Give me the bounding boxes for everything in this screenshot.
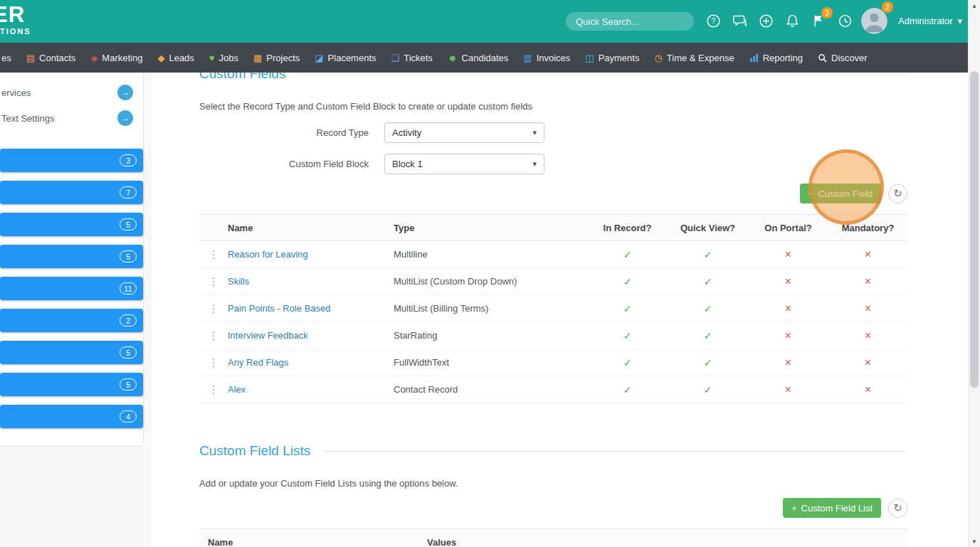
field-type: StarRating xyxy=(394,330,587,341)
nav-item-contacts[interactable]: ▤ Contacts xyxy=(26,53,76,63)
field-name-link[interactable]: Pain Points - Role Based xyxy=(228,303,331,314)
col-quick-view: Quick View? xyxy=(668,223,748,233)
nav-item-marketing[interactable]: ◈ Marketing xyxy=(90,53,142,63)
section-title-text: Custom Field Lists xyxy=(199,443,310,459)
custom-field-block-value: Block 1 xyxy=(392,159,423,169)
record-type-select[interactable]: Activity ▾ xyxy=(384,122,544,143)
on-portal-flag: × xyxy=(748,302,828,315)
sidebar-collapsed-item[interactable]: 4 xyxy=(0,405,143,428)
sidebar-item-text-settings[interactable]: Text Settings → xyxy=(0,105,143,131)
chat-icon[interactable] xyxy=(732,14,748,29)
field-name-link[interactable]: Interview Feedback xyxy=(228,330,308,341)
row-menu-icon[interactable]: ⋮ xyxy=(199,302,228,315)
scrollbar-thumb[interactable] xyxy=(970,71,979,388)
nav-item-partial[interactable]: es xyxy=(1,53,11,63)
sidebar-collapsed-item[interactable]: 3 xyxy=(0,149,143,172)
refresh-icon: ↻ xyxy=(893,187,902,200)
row-menu-icon[interactable]: ⋮ xyxy=(199,383,228,396)
sidebar-collapsed-item[interactable]: 5 xyxy=(0,373,143,396)
nav-item-payments[interactable]: ◫ Payments xyxy=(585,53,639,63)
nav-item-label: Time & Expense xyxy=(667,53,734,63)
logo-line1: ER xyxy=(0,4,31,26)
add-custom-field-list-button[interactable]: + Custom Field List xyxy=(783,498,881,518)
time-expense-icon: ◷ xyxy=(654,53,662,63)
count-badge: 5 xyxy=(120,250,137,262)
main-nav: es ▤ Contacts ◈ Marketing ◆ Leads ♥ Jobs… xyxy=(0,43,980,73)
main-panel: Custom Fields Select the Record Type and… xyxy=(152,73,980,547)
record-type-row: Record Type Activity ▾ xyxy=(199,122,907,143)
nav-item-reporting[interactable]: Reporting xyxy=(749,53,803,63)
history-icon[interactable] xyxy=(838,14,853,29)
title-rule xyxy=(323,451,907,452)
flag-icon[interactable]: 3 xyxy=(811,14,827,29)
field-name-link[interactable]: Alex xyxy=(228,384,246,395)
add-custom-field-button[interactable]: + Custom Field xyxy=(800,184,881,203)
nav-item-invoices[interactable]: ▥ Invoices xyxy=(523,53,570,63)
candidates-icon: ☻ xyxy=(448,53,458,63)
in-record-flag: ✓ xyxy=(587,384,668,395)
notifications-icon[interactable] xyxy=(785,14,801,29)
custom-field-lists-table: Name Values xyxy=(199,529,907,547)
nav-item-label: Discover xyxy=(831,53,868,63)
user-avatar[interactable]: 2 xyxy=(861,8,887,34)
field-name-link[interactable]: Skills xyxy=(228,276,249,287)
sidebar-item-label: ervices xyxy=(1,87,31,98)
nav-item-discover[interactable]: Discover xyxy=(818,53,868,63)
sidebar: ervices → Text Settings → 3 7 5 5 xyxy=(0,73,152,547)
table-header-row: Name Values xyxy=(199,529,907,547)
nav-item-time-expense[interactable]: ◷ Time & Expense xyxy=(654,53,734,63)
section-title-text: Custom Fields xyxy=(199,73,285,82)
add-icon[interactable] xyxy=(759,14,774,29)
select-caret-icon: ▾ xyxy=(532,159,537,169)
field-name-link[interactable]: Reason for Leaving xyxy=(228,249,308,260)
nav-item-label: Leads xyxy=(169,53,194,63)
page-scrollbar[interactable]: ▲ ▼ xyxy=(968,0,980,547)
nav-item-label: Invoices xyxy=(537,53,571,63)
count-badge: 7 xyxy=(120,186,137,198)
discover-icon xyxy=(818,53,827,63)
nav-item-label: Placements xyxy=(328,53,376,63)
nav-item-label: Payments xyxy=(599,53,640,63)
sidebar-collapsed-item[interactable]: 5 xyxy=(0,213,143,236)
row-menu-icon[interactable]: ⋮ xyxy=(199,275,228,288)
row-menu-icon[interactable]: ⋮ xyxy=(199,248,228,261)
refresh-custom-fields-button[interactable]: ↻ xyxy=(888,184,907,203)
arrow-right-icon[interactable]: → xyxy=(117,85,133,100)
nav-item-label: Jobs xyxy=(219,53,238,63)
field-type: Multiline xyxy=(394,249,587,260)
nav-item-jobs[interactable]: ♥ Jobs xyxy=(209,53,238,63)
avatar-badge: 2 xyxy=(882,1,893,13)
sidebar-collapsed-item[interactable]: 2 xyxy=(0,309,143,332)
nav-item-tickets[interactable]: ❏ Tickets xyxy=(391,53,433,63)
sidebar-item-services[interactable]: ervices → xyxy=(0,80,143,105)
col-in-record: In Record? xyxy=(587,223,668,233)
nav-item-candidates[interactable]: ☻ Candidates xyxy=(448,53,508,63)
quick-search-input[interactable] xyxy=(566,12,694,31)
row-menu-icon[interactable]: ⋮ xyxy=(199,356,228,369)
mandatory-flag: × xyxy=(828,356,907,369)
add-custom-field-label: Custom Field xyxy=(818,188,873,199)
arrow-right-icon[interactable]: → xyxy=(117,110,133,126)
refresh-custom-field-lists-button[interactable]: ↻ xyxy=(888,499,907,518)
sidebar-collapsed-item[interactable]: 11 xyxy=(0,277,143,300)
row-menu-icon[interactable]: ⋮ xyxy=(199,329,228,342)
field-name-link[interactable]: Any Red Flags xyxy=(228,357,288,368)
nav-item-placements[interactable]: ◪ Placements xyxy=(315,53,376,63)
scroll-up-icon[interactable]: ▲ xyxy=(969,0,980,11)
plus-icon: + xyxy=(791,503,797,514)
scroll-down-icon[interactable]: ▼ xyxy=(969,536,980,547)
user-menu[interactable]: Administrator ▾ xyxy=(898,16,962,26)
custom-field-block-select[interactable]: Block 1 ▾ xyxy=(384,154,544,174)
custom-fields-description: Select the Record Type and Custom Field … xyxy=(199,101,907,112)
sidebar-collapsed-item[interactable]: 7 xyxy=(0,181,143,204)
nav-item-projects[interactable]: ▦ Projects xyxy=(253,53,300,63)
sidebar-collapsed-item[interactable]: 5 xyxy=(0,245,143,268)
help-icon[interactable]: ? xyxy=(706,14,722,29)
nav-item-leads[interactable]: ◆ Leads xyxy=(157,53,194,63)
payments-icon: ◫ xyxy=(585,53,594,63)
count-badge: 11 xyxy=(120,282,137,294)
sidebar-collapsed-item[interactable]: 5 xyxy=(0,341,143,364)
on-portal-flag: × xyxy=(748,356,828,369)
count-badge: 2 xyxy=(120,314,137,326)
nav-item-label: Candidates xyxy=(462,53,509,63)
